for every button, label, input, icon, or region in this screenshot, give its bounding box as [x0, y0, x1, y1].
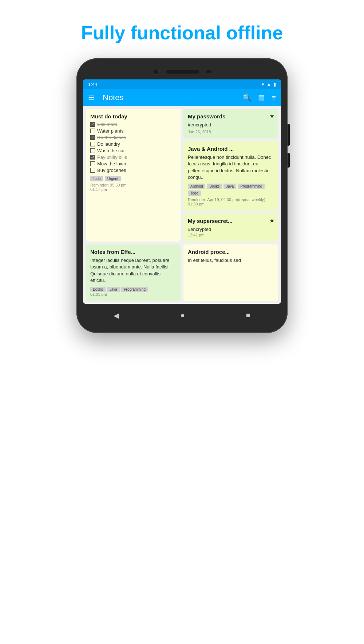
note-title: My supersecret... [188, 218, 274, 224]
checklist-item: ✓ Do the dishes [90, 135, 176, 140]
note-time: 01:17 pm [90, 187, 176, 192]
checkbox [90, 142, 95, 146]
nav-back-button[interactable]: ◀ [114, 311, 119, 320]
signal-icon: ▲ [266, 82, 271, 87]
note-title: Notes from Effe... [90, 249, 176, 255]
menu-icon[interactable]: ☰ [88, 93, 95, 102]
checkbox [90, 168, 95, 173]
note-body: Integer iaculis neque laoreet, posuere i… [90, 257, 176, 284]
speaker-grille [166, 70, 199, 74]
note-date: Jun 26, 2018 [188, 130, 274, 134]
power-button [288, 124, 290, 146]
tag: Java [107, 287, 120, 292]
tags-row: Books Java Programming [90, 287, 176, 292]
tags-row: Android Books Java Programming Todo [188, 184, 274, 196]
nav-home-button[interactable]: ● [180, 311, 185, 319]
phone-screen: 1:44 ▾ ▲ ▮ ☰ Notes 🔍 ▦ ≡ Must do today [83, 79, 281, 304]
phone-bottom-bar: ◀ ● ■ [83, 307, 281, 324]
page-headline: Fully functional offline [67, 22, 298, 44]
note-my-passwords[interactable]: ★ My passwords #encrypted Jun 26, 2018 [183, 109, 278, 138]
app-title: Notes [103, 93, 237, 102]
note-title: Must do today [90, 113, 176, 119]
note-time: 01:03 pm [90, 292, 176, 297]
tag: Todo [90, 176, 103, 181]
tag: Todo [188, 191, 201, 196]
note-title: Android proce... [188, 249, 274, 255]
battery-icon: ▮ [273, 82, 276, 87]
checkbox [90, 129, 95, 133]
tag: Urgent [105, 176, 121, 181]
note-notes-from-effe[interactable]: Notes from Effe... Integer iaculis neque… [86, 244, 181, 301]
note-body: Pellentesque non tincidunt nulla. Donec … [188, 154, 274, 181]
note-reminder: Reminder: Apr 19, 04:00 pm(repeat weekly… [188, 197, 274, 202]
checkbox: ✓ [90, 135, 95, 140]
note-must-do-today[interactable]: Must do today ✓ Call mom Water plants ✓ … [86, 109, 181, 242]
nav-recent-button[interactable]: ■ [246, 311, 250, 319]
note-title: My passwords [188, 113, 274, 119]
note-body: #encrypted [188, 226, 274, 233]
note-java-android[interactable]: Java & Android ... Pellentesque non tinc… [183, 141, 278, 211]
checklist-item: Wash the car [90, 148, 176, 153]
tag: Android [188, 184, 205, 189]
layout-icon[interactable]: ▦ [258, 93, 265, 102]
tag: Books [207, 184, 222, 189]
star-icon: ★ [269, 217, 274, 224]
note-title: Java & Android ... [188, 146, 274, 152]
note-reminder: Reminder: 05:30 pm [90, 183, 176, 187]
proximity-sensor [206, 70, 211, 73]
tag: Java [223, 184, 236, 189]
checkbox: ✓ [90, 122, 95, 127]
checklist-item: Buy groceries [90, 168, 176, 173]
star-icon: ★ [269, 113, 274, 119]
status-time: 1:44 [88, 82, 97, 87]
notes-grid: Must do today ✓ Call mom Water plants ✓ … [83, 106, 281, 304]
checkbox [90, 161, 95, 166]
tag: Programming [121, 287, 148, 292]
search-icon[interactable]: 🔍 [242, 93, 252, 102]
note-body: #encrypted [188, 122, 274, 128]
volume-button [288, 153, 290, 168]
wifi-icon: ▾ [262, 82, 264, 87]
note-body: In est tellus, faucibus sed [188, 257, 274, 264]
phone-top-bar [83, 68, 281, 75]
sort-icon[interactable]: ≡ [272, 94, 276, 102]
phone-device: 1:44 ▾ ▲ ▮ ☰ Notes 🔍 ▦ ≡ Must do today [76, 58, 288, 333]
status-bar: 1:44 ▾ ▲ ▮ [83, 79, 281, 89]
tag: Books [90, 287, 106, 292]
note-my-supersecret[interactable]: ★ My supersecret... #encrypted 12:41 pm [183, 213, 278, 242]
camera-lens [153, 68, 159, 75]
checklist-item: ✓ Call mom [90, 122, 176, 127]
note-time: 01:33 pm [188, 202, 274, 206]
toolbar-actions: 🔍 ▦ ≡ [242, 93, 276, 102]
tags-row: Todo Urgent [90, 176, 176, 181]
tag: Programming [238, 184, 265, 189]
checkbox: ✓ [90, 155, 95, 160]
status-icons: ▾ ▲ ▮ [262, 82, 276, 87]
checklist-item: ✓ Pay utility bills [90, 154, 176, 160]
checklist-item: Water plants [90, 128, 176, 134]
app-toolbar: ☰ Notes 🔍 ▦ ≡ [83, 89, 281, 106]
note-time: 12:41 pm [188, 233, 274, 237]
note-android-proce[interactable]: Android proce... In est tellus, faucibus… [183, 244, 278, 301]
checklist-item: Do laundry [90, 141, 176, 147]
checkbox [90, 148, 95, 153]
checklist-item: Mow the lawn [90, 161, 176, 166]
